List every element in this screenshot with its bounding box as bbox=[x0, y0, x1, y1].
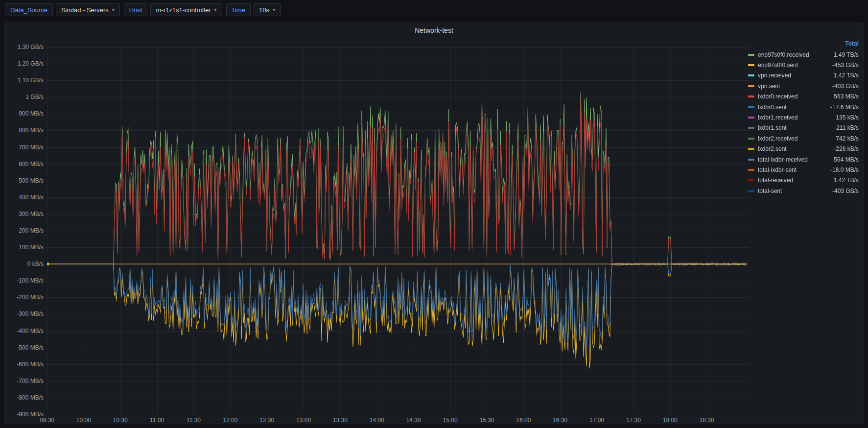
legend-row-total-received[interactable]: total-received1.42 TB/s bbox=[747, 175, 861, 186]
legend-row-lxdbr0.sent[interactable]: lxdbr0.sent-17.6 MB/s bbox=[747, 102, 861, 112]
series-name: vpn.sent bbox=[758, 83, 832, 90]
x-tick-label: 18:30 bbox=[690, 416, 724, 424]
series-color-swatch bbox=[748, 169, 754, 171]
chevron-down-icon: ▾ bbox=[273, 7, 275, 12]
series-color-swatch bbox=[748, 85, 754, 87]
series-name: lxdbr0.received bbox=[758, 93, 834, 100]
y-tick-label: 500 MB/s bbox=[4, 177, 44, 185]
series-color-swatch bbox=[748, 127, 754, 129]
series-name: lxdbr0.sent bbox=[758, 104, 830, 111]
series-total-value: 1.49 TB/s bbox=[834, 51, 859, 58]
legend-row-lxdbr2.sent[interactable]: lxdbr2.sent-226 kB/s bbox=[747, 144, 861, 154]
legend: Total enp97s0f0.received1.49 TB/senp97s0… bbox=[747, 38, 861, 196]
x-tick-label: 10:00 bbox=[67, 416, 101, 424]
dashboard-toolbar: Data_Source Sindad - Servers ▾ Host m-r1… bbox=[0, 0, 868, 20]
variable-host: Host m-r1z1s1-controller ▾ bbox=[124, 3, 222, 16]
y-tick-label: -300 MB/s bbox=[4, 310, 44, 318]
time-value: 10s bbox=[259, 6, 269, 14]
series-name: total-lxdbr-received bbox=[758, 156, 834, 163]
data-source-label: Data_Source bbox=[5, 3, 53, 16]
series-total-value: -18.0 MB/s bbox=[830, 166, 859, 173]
series-color-swatch bbox=[748, 106, 754, 108]
y-tick-label: -100 MB/s bbox=[4, 277, 44, 285]
legend-row-enp97s0f0.sent[interactable]: enp97s0f0.sent-453 GB/s bbox=[747, 60, 861, 70]
x-tick-label: 10:30 bbox=[103, 416, 138, 424]
x-tick-label: 15:30 bbox=[469, 416, 504, 424]
series-color-swatch bbox=[748, 190, 754, 192]
x-tick-label: 11:30 bbox=[176, 416, 211, 424]
y-tick-label: -600 MB/s bbox=[4, 360, 44, 368]
series-color-swatch bbox=[748, 148, 754, 150]
series-total-value: -211 kB/s bbox=[834, 124, 859, 131]
y-tick-label: 100 MB/s bbox=[4, 243, 44, 251]
x-tick-label: 09:30 bbox=[30, 416, 64, 424]
series-total-value: -226 kB/s bbox=[834, 145, 859, 152]
y-tick-label: -700 MB/s bbox=[4, 377, 44, 385]
series-color-swatch bbox=[748, 138, 754, 140]
legend-row-vpn.sent[interactable]: vpn.sent-403 GB/s bbox=[747, 81, 861, 91]
y-tick-label: 200 MB/s bbox=[4, 227, 44, 235]
series-color-swatch bbox=[748, 159, 754, 161]
x-tick-label: 14:00 bbox=[360, 416, 394, 424]
y-tick-label: 400 MB/s bbox=[4, 193, 44, 201]
series-total-value: 563 MB/s bbox=[834, 93, 859, 100]
series-total-value: 1.42 TB/s bbox=[834, 72, 859, 79]
y-tick-label: 1 GB/s bbox=[4, 93, 44, 101]
series-color-swatch bbox=[748, 74, 754, 76]
series-total-value: -403 GB/s bbox=[832, 188, 859, 194]
y-tick-label: -800 MB/s bbox=[4, 394, 44, 402]
legend-row-enp97s0f0.received[interactable]: enp97s0f0.received1.49 TB/s bbox=[747, 49, 861, 60]
series-total-value: 742 kB/s bbox=[836, 135, 859, 142]
y-tick-label: -200 MB/s bbox=[4, 293, 44, 301]
series-color-swatch bbox=[748, 117, 754, 119]
host-value: m-r1z1s1-controller bbox=[156, 6, 211, 14]
legend-row-lxdbr1.received[interactable]: lxdbr1.received135 kB/s bbox=[747, 112, 861, 122]
legend-row-lxdbr0.received[interactable]: lxdbr0.received563 MB/s bbox=[747, 92, 861, 102]
data-source-dropdown[interactable]: Sindad - Servers ▾ bbox=[56, 3, 120, 16]
host-dropdown[interactable]: m-r1z1s1-controller ▾ bbox=[150, 3, 222, 16]
panel-title[interactable]: Network-test bbox=[4, 26, 864, 34]
host-label: Host bbox=[124, 3, 148, 16]
legend-total-header[interactable]: Total bbox=[747, 38, 861, 49]
series-color-swatch bbox=[748, 95, 754, 97]
series-total-value: -403 GB/s bbox=[832, 83, 859, 90]
data-source-value: Sindad - Servers bbox=[61, 6, 109, 14]
y-tick-label: 300 MB/s bbox=[4, 210, 44, 218]
time-dropdown[interactable]: 10s ▾ bbox=[254, 3, 281, 16]
network-test-graph[interactable] bbox=[47, 47, 750, 414]
y-tick-label: -400 MB/s bbox=[4, 327, 44, 335]
y-tick-label: 0 kB/s bbox=[4, 260, 44, 268]
x-tick-label: 12:30 bbox=[250, 416, 284, 424]
legend-row-vpn.received[interactable]: vpn.received1.42 TB/s bbox=[747, 71, 861, 81]
legend-row-total-lxdbr-sent[interactable]: total-lxdbr-sent-18.0 MB/s bbox=[747, 165, 861, 175]
series-total-value: 135 kB/s bbox=[836, 114, 859, 121]
network-test-panel: Network-test 1.30 GB/s1.20 GB/s1.10 GB/s… bbox=[4, 23, 864, 424]
time-label: Time bbox=[226, 3, 251, 16]
legend-row-total-sent[interactable]: total-sent-403 GB/s bbox=[747, 186, 861, 196]
x-tick-label: 16:00 bbox=[506, 416, 540, 424]
x-tick-label: 13:00 bbox=[286, 416, 321, 424]
y-tick-label: 600 MB/s bbox=[4, 160, 44, 168]
legend-row-total-lxdbr-received[interactable]: total-lxdbr-received564 MB/s bbox=[747, 154, 861, 165]
series-name: lxdbr2.received bbox=[758, 135, 836, 142]
x-tick-label: 11:00 bbox=[140, 416, 174, 424]
series-total-value: 564 MB/s bbox=[834, 156, 859, 163]
y-tick-label: 700 MB/s bbox=[4, 143, 44, 151]
x-tick-label: 15:00 bbox=[433, 416, 468, 424]
series-color-swatch bbox=[748, 64, 754, 66]
series-total-value: 1.42 TB/s bbox=[834, 177, 859, 184]
series-name: total-received bbox=[758, 177, 834, 184]
legend-row-lxdbr1.sent[interactable]: lxdbr1.sent-211 kB/s bbox=[747, 123, 861, 133]
series-name: lxdbr1.sent bbox=[758, 124, 834, 131]
series-total-value: -453 GB/s bbox=[832, 62, 859, 69]
series-name: enp97s0f0.sent bbox=[758, 62, 832, 69]
y-tick-label: 1.10 GB/s bbox=[4, 76, 44, 84]
chevron-down-icon: ▾ bbox=[112, 7, 115, 12]
y-tick-label: 800 MB/s bbox=[4, 126, 44, 134]
legend-row-lxdbr2.received[interactable]: lxdbr2.received742 kB/s bbox=[747, 133, 861, 143]
y-tick-label: 900 MB/s bbox=[4, 110, 44, 118]
series-name: total-sent bbox=[758, 188, 832, 194]
variable-time: Time 10s ▾ bbox=[226, 3, 281, 16]
series-color-swatch bbox=[748, 54, 754, 56]
y-tick-label: 1.30 GB/s bbox=[4, 43, 44, 51]
